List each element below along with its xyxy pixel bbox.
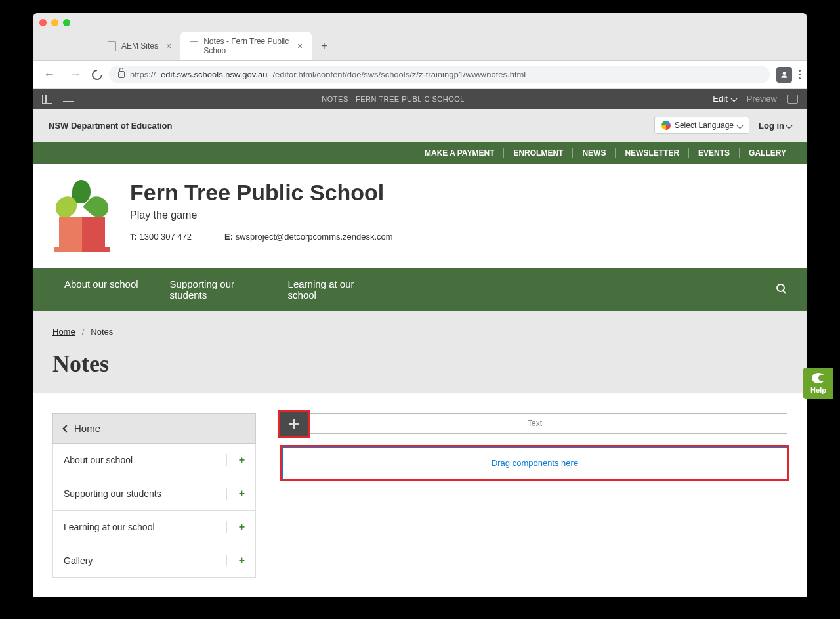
expand-icon[interactable]: + — [226, 521, 245, 533]
close-tab-icon[interactable]: × — [297, 41, 303, 51]
forward-button[interactable]: → — [66, 65, 85, 84]
search-button[interactable] — [770, 278, 791, 299]
content-area: Home About our school+ Supporting our st… — [33, 393, 807, 597]
reload-button[interactable] — [90, 67, 105, 82]
side-panel-icon[interactable] — [42, 95, 52, 104]
breadcrumb-current: Notes — [91, 327, 113, 337]
expand-icon[interactable]: + — [226, 555, 245, 566]
component-label: Text — [528, 419, 542, 428]
util-link[interactable]: MAKE A PAYMENT — [415, 148, 504, 158]
minimize-window-button[interactable] — [51, 19, 58, 26]
sidebar-item[interactable]: Learning at our school+ — [52, 511, 256, 544]
tab-label: Notes - Fern Tree Public Schoo — [203, 37, 289, 55]
language-selector[interactable]: Select Language — [654, 117, 749, 134]
dept-strip: NSW Department of Education Select Langu… — [33, 109, 807, 142]
svg-point-0 — [783, 72, 786, 75]
sidebar-item[interactable]: Gallery+ — [52, 544, 256, 578]
url-prefix: https:// — [130, 70, 156, 79]
help-widget[interactable]: Help — [803, 368, 833, 399]
close-tab-icon[interactable]: × — [166, 41, 171, 51]
expand-icon[interactable]: + — [226, 454, 245, 466]
google-icon — [662, 121, 671, 130]
url-path: /editor.html/content/doe/sws/schools/z/z… — [272, 70, 526, 79]
nav-item[interactable]: About our school — [49, 278, 154, 289]
util-link[interactable]: NEWSLETTER — [616, 148, 689, 158]
browser-menu-button[interactable] — [799, 70, 801, 79]
phone: T: 1300 307 472 — [130, 232, 192, 242]
browser-tab[interactable]: AEM Sites× — [98, 35, 180, 56]
preview-button[interactable]: Preview — [747, 94, 777, 104]
device-icon[interactable] — [788, 95, 798, 104]
close-window-button[interactable] — [39, 19, 47, 26]
chat-icon — [812, 373, 825, 383]
url-host: edit.sws.schools.nsw.gov.au — [161, 70, 267, 79]
text-component-placeholder[interactable]: Text — [282, 413, 788, 434]
url-input[interactable]: https://edit.sws.schools.nsw.gov.au/edit… — [109, 66, 770, 83]
address-bar: ← → https://edit.sws.schools.nsw.gov.au/… — [33, 61, 807, 89]
edit-mode-button[interactable]: Edit — [713, 94, 736, 104]
maximize-window-button[interactable] — [63, 19, 70, 26]
sidebar-item[interactable]: About our school+ — [52, 444, 256, 477]
util-link[interactable]: ENROLMENT — [504, 148, 573, 158]
back-button[interactable]: ← — [39, 65, 59, 84]
chevron-down-icon — [730, 96, 737, 102]
search-icon — [776, 284, 785, 292]
expand-icon[interactable]: + — [226, 488, 245, 500]
drop-zone[interactable]: Drag components here — [282, 447, 788, 479]
lock-icon — [118, 71, 125, 78]
browser-tabs: AEM Sites× Notes - Fern Tree Public Scho… — [33, 32, 807, 61]
nav-item[interactable]: Learning at our school — [272, 278, 390, 301]
add-component-button[interactable] — [280, 412, 308, 436]
nav-item[interactable]: Supporting our students — [154, 278, 272, 301]
tab-label: AEM Sites — [121, 41, 158, 51]
page-icon — [190, 41, 198, 51]
account-icon[interactable] — [776, 67, 792, 83]
school-name: Fern Tree Public School — [130, 180, 393, 205]
school-logo[interactable] — [52, 180, 112, 252]
dept-label: NSW Department of Education — [49, 121, 173, 131]
school-tagline: Play the game — [130, 209, 393, 221]
utility-nav: MAKE A PAYMENT ENROLMENT NEWS NEWSLETTER… — [33, 142, 807, 164]
site-header: Fern Tree Public School Play the game T:… — [33, 164, 807, 268]
util-link[interactable]: NEWS — [573, 148, 616, 158]
main-column: Text Drag components here — [282, 413, 788, 578]
email: E: swsproject@detcorpcomms.zendesk.com — [224, 232, 393, 242]
primary-nav: About our school Supporting our students… — [33, 268, 807, 311]
breadcrumb-section: Home/Notes Notes — [33, 311, 807, 393]
util-link[interactable]: EVENTS — [689, 148, 740, 158]
sidebar-home[interactable]: Home — [52, 413, 256, 444]
page-title: Notes — [52, 350, 788, 377]
page-icon — [108, 41, 116, 51]
window-titlebar — [33, 13, 807, 32]
chevron-down-icon — [786, 122, 793, 129]
aem-page-title: NOTES - FERN TREE PUBLIC SCHOOL — [84, 95, 702, 103]
browser-tab-active[interactable]: Notes - Fern Tree Public Schoo× — [180, 32, 312, 60]
arrow-left-icon — [62, 425, 70, 432]
sidebar-nav: Home About our school+ Supporting our st… — [52, 413, 256, 578]
page-info-icon[interactable] — [63, 95, 74, 104]
new-tab-button[interactable]: + — [312, 35, 336, 57]
breadcrumb-home[interactable]: Home — [52, 327, 75, 337]
chevron-down-icon — [737, 122, 744, 129]
login-button[interactable]: Log in — [759, 121, 791, 131]
util-link[interactable]: GALLERY — [740, 148, 795, 158]
sidebar-item[interactable]: Supporting our students+ — [52, 477, 256, 511]
aem-toolbar: NOTES - FERN TREE PUBLIC SCHOOL Edit Pre… — [33, 89, 807, 109]
